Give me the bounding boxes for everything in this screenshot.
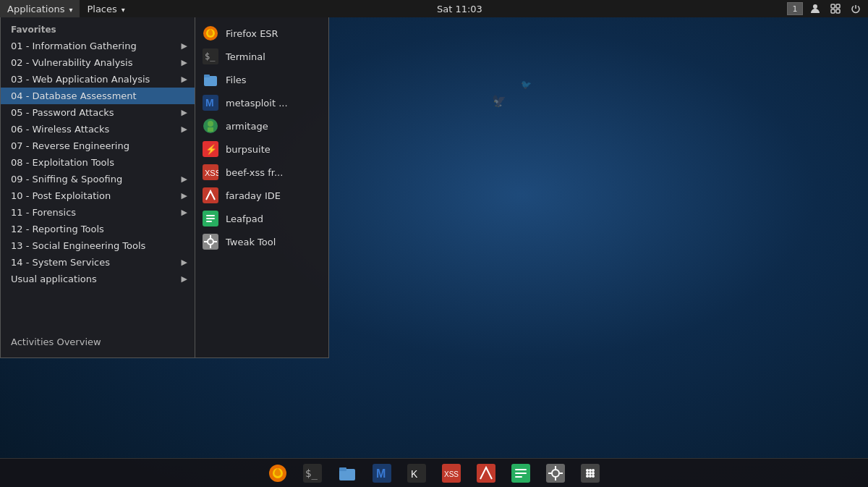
taskbar: $_ M K XSS	[0, 458, 868, 487]
topbar-clock: Sat 11:03	[132, 4, 787, 14]
taskbar-leafpad[interactable]	[505, 460, 537, 486]
fav-armitage[interactable]: armitage	[195, 114, 328, 137]
taskbar-kali[interactable]: K	[401, 460, 433, 486]
fav-firefox[interactable]: Firefox ESR	[195, 22, 328, 45]
svg-point-63	[589, 472, 592, 475]
arrow-icon: ▶	[182, 75, 187, 84]
svg-point-61	[592, 472, 595, 475]
svg-rect-1	[831, 4, 835, 8]
svg-rect-3	[831, 9, 835, 13]
fav-tweak-label: Tweak Tool	[226, 237, 276, 247]
workspace-number: 1	[793, 4, 798, 14]
menu-item-exploit-tools[interactable]: 08 - Exploitation Tools	[1, 154, 195, 171]
fav-burpsuite[interactable]: ⚡ burpsuite	[195, 137, 328, 161]
menu-item-reverse-eng[interactable]: 07 - Reverse Engineering	[1, 137, 195, 154]
topbar-right: 1	[787, 2, 868, 15]
svg-rect-23	[206, 218, 215, 219]
activities-overview-btn[interactable]: Activities Overview	[1, 331, 195, 353]
arrow-icon: ▶	[182, 191, 187, 200]
firefox-icon	[203, 25, 218, 41]
applications-chevron	[67, 4, 72, 14]
leafpad-icon	[203, 211, 218, 226]
svg-point-59	[589, 469, 592, 472]
arrow-icon: ▶	[182, 41, 187, 51]
fav-leafpad-label: Leafpad	[226, 213, 263, 224]
arrow-icon: ▶	[182, 124, 187, 134]
bird-decoration: 🦅	[492, 94, 506, 108]
menu-item-system-svc[interactable]: 14 - System Services ▶	[1, 254, 195, 271]
menu-item-info-gathering[interactable]: 01 - Information Gathering ▶	[1, 38, 195, 54]
svg-rect-36	[339, 467, 346, 471]
burpsuite-icon: ⚡	[203, 141, 218, 157]
main-menu: Favorites 01 - Information Gathering ▶ 0…	[0, 17, 195, 358]
terminal-icon: $_	[203, 48, 218, 64]
svg-text:M: M	[205, 97, 214, 109]
svg-text:$_: $_	[205, 51, 216, 62]
fav-files[interactable]: Files	[195, 68, 328, 91]
power-icon-btn[interactable]	[848, 2, 864, 15]
taskbar-beef[interactable]: XSS	[435, 460, 467, 486]
fav-armitage-label: armitage	[226, 121, 268, 132]
armitage-icon	[203, 118, 218, 134]
taskbar-faraday[interactable]	[470, 460, 502, 486]
svg-rect-47	[515, 476, 522, 478]
svg-text:XSS: XSS	[444, 470, 459, 478]
menu-item-password[interactable]: 05 - Password Attacks ▶	[1, 104, 195, 121]
svg-point-58	[592, 475, 595, 478]
svg-point-57	[586, 475, 589, 478]
svg-rect-10	[204, 75, 210, 77]
tweak-icon	[203, 234, 218, 250]
svg-point-14	[208, 121, 213, 127]
fav-files-label: Files	[226, 75, 247, 85]
menu-item-forensics[interactable]: 11 - Forensics ▶	[1, 204, 195, 221]
applications-menu-btn[interactable]: Applications	[0, 0, 80, 17]
menu-item-usual-apps[interactable]: Usual applications ▶	[1, 271, 195, 287]
places-chevron	[120, 4, 125, 14]
fav-terminal[interactable]: $_ Terminal	[195, 45, 328, 68]
taskbar-terminal[interactable]: $_	[297, 460, 328, 486]
taskbar-settings[interactable]	[540, 460, 571, 486]
system-icon-btn[interactable]	[827, 2, 843, 15]
svg-rect-24	[206, 221, 212, 222]
taskbar-grid[interactable]	[574, 460, 606, 486]
places-menu-btn[interactable]: Places	[80, 0, 132, 17]
taskbar-files[interactable]	[331, 460, 363, 486]
menu-item-social-eng[interactable]: 13 - Social Engineering Tools	[1, 237, 195, 254]
fav-tweak[interactable]: Tweak Tool	[195, 230, 328, 253]
menu-section-favorites: Favorites	[1, 22, 195, 38]
fav-faraday[interactable]: faraday IDE	[195, 184, 328, 207]
fav-metasploit[interactable]: M metasploit ...	[195, 91, 328, 114]
arrow-icon: ▶	[182, 58, 187, 67]
menu-item-reporting[interactable]: 12 - Reporting Tools	[1, 221, 195, 237]
svg-rect-4	[836, 9, 840, 13]
db-assessment-label: 04 - Database Assessment	[11, 90, 137, 101]
arrow-icon: ▶	[182, 258, 187, 267]
menu-item-sniffing[interactable]: 09 - Sniffing & Spoofing ▶	[1, 171, 195, 187]
menu-item-post-exploit[interactable]: 10 - Post Exploitation ▶	[1, 187, 195, 204]
beef-icon: XSS	[203, 164, 218, 180]
faraday-icon	[203, 187, 218, 203]
svg-point-55	[586, 469, 589, 472]
fav-metasploit-label: metasploit ...	[226, 98, 288, 109]
svg-rect-2	[836, 4, 840, 8]
menu-item-db-assessment[interactable]: 04 - Database Assessment	[1, 88, 195, 104]
menu-item-wireless[interactable]: 06 - Wireless Attacks ▶	[1, 121, 195, 137]
svg-point-60	[586, 472, 589, 475]
taskbar-metasploit[interactable]: M	[366, 460, 398, 486]
fav-burpsuite-label: burpsuite	[226, 144, 271, 155]
menu-container: Favorites 01 - Information Gathering ▶ 0…	[0, 17, 329, 358]
taskbar-firefox[interactable]	[262, 460, 294, 486]
fav-leafpad[interactable]: Leafpad	[195, 207, 328, 230]
svg-point-62	[589, 475, 592, 478]
topbar: Applications Places Sat 11:03 1	[0, 0, 868, 17]
workspace-indicator[interactable]: 1	[787, 2, 803, 15]
svg-text:XSS: XSS	[205, 169, 218, 177]
arrow-icon: ▶	[182, 274, 187, 284]
fav-beef[interactable]: XSS beef-xss fr...	[195, 161, 328, 184]
menu-item-vuln-analysis[interactable]: 02 - Vulnerability Analysis ▶	[1, 54, 195, 71]
svg-text:M: M	[376, 467, 386, 480]
user-icon-btn[interactable]	[807, 2, 823, 15]
fav-firefox-label: Firefox ESR	[226, 28, 278, 39]
bird-decoration-2: 🐦	[521, 80, 532, 90]
menu-item-web-app[interactable]: 03 - Web Application Analysis ▶	[1, 71, 195, 88]
